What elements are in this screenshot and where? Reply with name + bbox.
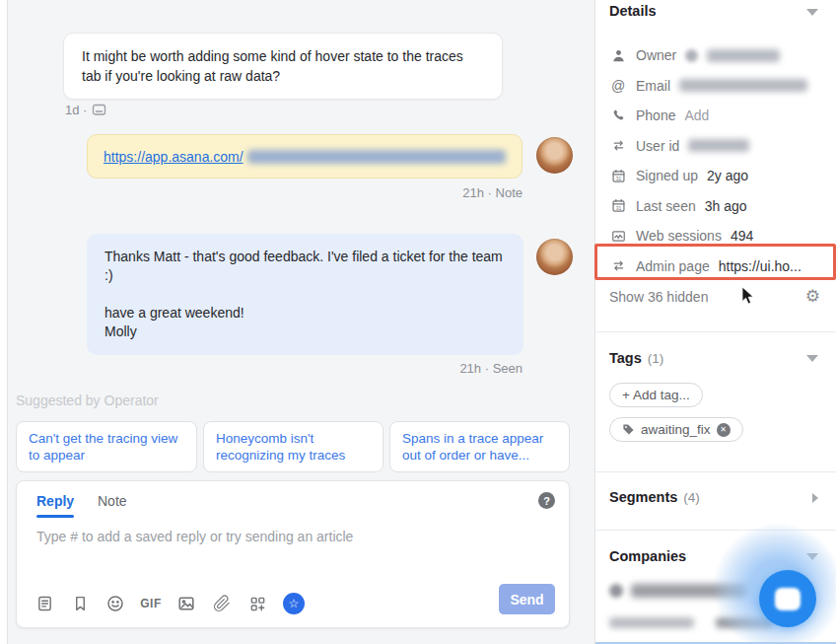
image-icon[interactable] — [176, 594, 196, 613]
divider — [595, 331, 836, 332]
teammate-avatar[interactable] — [536, 137, 573, 174]
tab-note[interactable]: Note — [98, 493, 127, 509]
tags-count: (1) — [648, 351, 664, 366]
tag-icon — [622, 423, 635, 436]
bookmark-icon[interactable] — [70, 594, 90, 613]
swap-arrows-icon — [609, 259, 627, 272]
chevron-down-icon[interactable] — [806, 9, 818, 16]
redacted-value — [707, 49, 780, 62]
add-tag-button[interactable]: + Add tag... — [609, 383, 703, 407]
messenger-icon — [775, 588, 801, 610]
redacted-value — [679, 79, 807, 92]
emoji-icon[interactable] — [105, 594, 125, 613]
svg-text:31: 31 — [615, 175, 621, 180]
message-bubble-admin: It might be worth adding some kind of ho… — [63, 33, 503, 100]
detail-row-last-seen[interactable]: 31 Last seen 3h ago — [609, 191, 828, 222]
gif-icon[interactable]: GIF — [141, 594, 161, 613]
reply-paragraph: Thanks Matt - that's good feedback. I've… — [104, 248, 506, 285]
message-text: It might be worth adding some kind of ho… — [82, 48, 463, 84]
detail-row-email[interactable]: @ Email — [609, 71, 828, 102]
detail-row-web-sessions[interactable]: Web sessions 494 — [609, 221, 828, 251]
conversation-list-edge — [0, 0, 8, 644]
swap-arrows-icon — [609, 139, 627, 152]
remove-tag-icon[interactable]: ✕ — [717, 423, 731, 437]
redacted-value — [688, 139, 749, 152]
tab-reply[interactable]: Reply — [36, 493, 74, 509]
suggestion-card-2[interactable]: Honeycomb isn't recognizing my traces — [203, 421, 383, 472]
message-meta: 1d · — [65, 103, 106, 117]
support-inbox-screen: It might be worth adding some kind of ho… — [0, 0, 836, 644]
detail-row-phone[interactable]: Phone Add — [609, 101, 828, 131]
redacted-company-icon — [609, 584, 623, 598]
svg-text:31: 31 — [615, 205, 621, 211]
detail-row-owner[interactable]: Owner — [609, 40, 828, 71]
segments-count: (4) — [683, 490, 700, 505]
gear-icon[interactable]: ⚙ — [805, 288, 820, 305]
saved-replies-icon[interactable] — [35, 594, 54, 613]
show-hidden-link[interactable]: Show 36 hidden — [609, 289, 708, 305]
redacted-avatar — [685, 49, 698, 62]
calendar-icon: 31 — [609, 198, 627, 213]
chevron-right-icon[interactable] — [812, 493, 818, 503]
admin-page-url[interactable]: https://ui.ho... — [719, 258, 801, 274]
redacted-link-text — [247, 150, 506, 164]
tag-awaiting-fix[interactable]: awaiting_fix ✕ — [609, 417, 743, 442]
detail-row-admin-page[interactable]: Admin page https://ui.ho... — [609, 251, 828, 282]
tag-label: awaiting_fix — [641, 422, 711, 437]
message-bubble-reply: Thanks Matt - that's good feedback. I've… — [87, 234, 523, 355]
suggestion-card-1[interactable]: Can't get the tracing view to appear — [16, 421, 197, 472]
calendar-icon: 31 — [609, 169, 627, 183]
chevron-down-icon[interactable] — [806, 355, 818, 362]
help-icon[interactable]: ? — [538, 492, 555, 509]
suggested-by-operator-label: Suggested by Operator — [16, 393, 159, 408]
composer-input[interactable]: Type # to add a saved reply or try sendi… — [36, 529, 549, 568]
companies-title: Companies — [609, 548, 686, 564]
mouse-cursor — [741, 286, 755, 306]
messenger-launcher-button[interactable] — [759, 570, 816, 627]
detail-row-signed-up[interactable]: 31 Signed up 2y ago — [609, 161, 828, 191]
send-button[interactable]: Send — [499, 584, 555, 614]
suggestion-card-3[interactable]: Spans in a trace appear out of order or … — [389, 421, 570, 472]
reply-meta: 21h · Seen — [87, 361, 522, 376]
reply-paragraph: have a great weekend!Molly — [104, 304, 506, 341]
teammate-avatar[interactable] — [536, 239, 573, 275]
composer-toolbar: GIF ☆ — [35, 593, 305, 614]
details-panel: Details Owner @ Email Phone — [594, 0, 836, 644]
tags-title: Tags — [609, 350, 642, 366]
details-rows: Owner @ Email Phone Add User i — [609, 40, 828, 281]
details-title: Details — [609, 3, 657, 19]
detail-row-user-id[interactable]: User id — [609, 131, 828, 162]
phone-add-link[interactable]: Add — [684, 107, 709, 123]
reply-composer: Reply Note ? Type # to add a saved reply… — [16, 480, 570, 628]
note-meta: 21h · Note — [87, 185, 522, 200]
segments-title: Segments — [609, 489, 677, 505]
message-time: 1d · — [65, 103, 87, 117]
composer-placeholder: Type # to add a saved reply or try sendi… — [36, 529, 353, 544]
phone-icon — [609, 108, 627, 122]
redacted-label — [609, 617, 694, 628]
chat-bubble-icon — [92, 104, 106, 117]
activity-chart-icon — [609, 230, 627, 243]
asana-link[interactable]: https://app.asana.com/ — [104, 149, 244, 165]
divider — [595, 471, 836, 472]
at-icon: @ — [609, 78, 627, 94]
note-bubble: https://app.asana.com/ — [87, 134, 522, 179]
person-icon — [609, 48, 627, 63]
operator-star-icon[interactable]: ☆ — [283, 593, 305, 614]
apps-grid-icon[interactable] — [247, 594, 267, 613]
attachment-icon[interactable] — [212, 594, 232, 613]
